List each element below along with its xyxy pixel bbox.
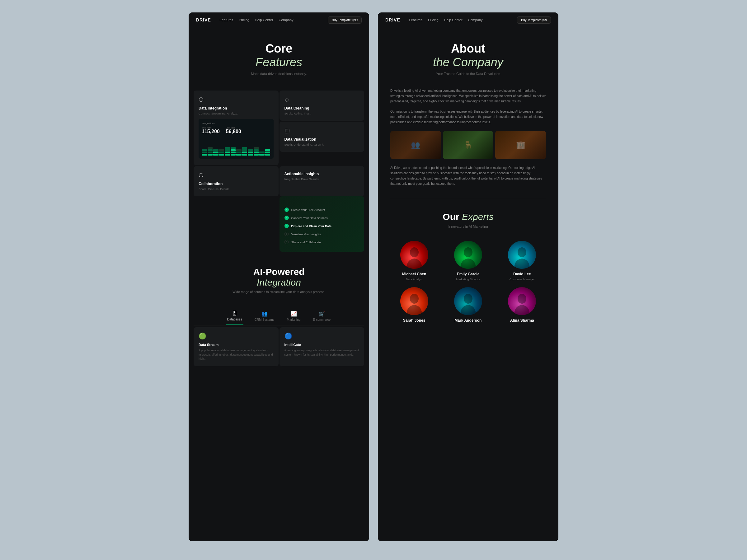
expert-alina-sharma: Alina Sharma [498, 287, 546, 324]
viz-icon: ⬚ [284, 127, 360, 134]
ecommerce-icon: 🛒 [319, 311, 325, 317]
intelligate-title: IntelliGate [284, 343, 360, 347]
nav-r-pricing[interactable]: Pricing [428, 18, 439, 22]
tab-ecommerce[interactable]: 🛒 E-commerce [312, 308, 332, 325]
nav-left: DRIVE Features Pricing Help Center Compa… [189, 12, 369, 27]
db-tabs: 🗄 Databases 👥 CRM Systems 📈 Marketing 🛒 … [194, 308, 364, 325]
about-para-2: Our mission is to transform the way busi… [390, 109, 546, 125]
ai-section: AI-Powered Integration Wide range of sou… [189, 252, 369, 302]
ai-subtitle: Wide range of sources to streamline your… [201, 290, 357, 295]
insights-desc: Insights that Drive Results. [284, 177, 360, 181]
cleaning-title: Data Cleaning [284, 106, 360, 110]
nav-r-company[interactable]: Company [468, 18, 483, 22]
chart-header: Integrations [202, 122, 271, 125]
about-para-3: At Drive, we are dedicated to pushing th… [390, 165, 546, 186]
logo-right: DRIVE [385, 18, 400, 22]
about-subtitle: Your Trusted Guide to the Data Revolutio… [390, 72, 546, 76]
buy-template-button-left[interactable]: Buy Template: $99 [328, 17, 362, 24]
left-panel: DRIVE Features Pricing Help Center Compa… [189, 12, 369, 541]
crm-icon: 👥 [261, 311, 268, 317]
svg-point-3 [410, 294, 419, 304]
avatar-alina-sharma [508, 287, 536, 315]
nav-help[interactable]: Help Center [255, 18, 273, 22]
integration-icon: ⬡ [199, 96, 274, 103]
expert-name-emily: Emily Garcia [457, 272, 480, 276]
marketing-icon: 📈 [291, 311, 297, 317]
chart-bars [202, 137, 271, 156]
ai-title-normal: AI-Powered [201, 267, 357, 277]
hero-subtitle: Make data-driven decisions instantly. [201, 72, 357, 76]
expert-role-emily: Marketing Director [456, 277, 480, 281]
avatar-david-lee [508, 241, 536, 269]
step-5: 5 Share and Collaborate [284, 238, 360, 246]
feature-data-integration: ⬡ Data Integration Connect. Streamline. … [194, 90, 279, 165]
nav-r-features[interactable]: Features [409, 18, 422, 22]
nav-right: DRIVE Features Pricing Help Center Compa… [378, 12, 558, 27]
db-card-intelligate: 🔵 IntelliGate A leading enterprise-grade… [280, 327, 364, 366]
expert-role-michael: Data Analyst [406, 277, 422, 281]
step-3: ✓ Explore and Clean Your Data [284, 222, 360, 230]
chart-numbers: This Year 115,200 Last Year 56,800 [202, 127, 271, 134]
steps-list: ✓ Create Your Free Account ✓ Connect You… [284, 206, 360, 246]
intelligate-icon: 🔵 [284, 332, 360, 340]
chart-year-this: This Year [202, 127, 220, 129]
divider [390, 199, 546, 199]
hero-title-normal: Core [201, 42, 357, 55]
datastream-title: Data Stream [199, 343, 274, 347]
features-grid: ⬡ Data Integration Connect. Streamline. … [189, 90, 369, 252]
chart-year-last: Last Year [226, 127, 241, 129]
tab-marketing[interactable]: 📈 Marketing [286, 308, 302, 325]
experts-title-italic: Experts [462, 212, 494, 222]
about-image-3: 🏢 [495, 131, 546, 159]
feature-steps: ✓ Create Your Free Account ✓ Connect You… [280, 196, 364, 252]
silhouette-alina [513, 292, 531, 315]
about-para-1: Drive is a leading AI-driven marketing c… [390, 88, 546, 104]
collab-icon: ⬡ [199, 172, 274, 179]
step-4: 4 Visualize Your Insights [284, 230, 360, 238]
step-4-dot: 4 [284, 232, 289, 236]
feature-collaboration: ⬡ Collaboration Share. Discuss. Decide. [194, 166, 279, 196]
step-3-dot: ✓ [284, 224, 289, 228]
collab-title: Collaboration [199, 182, 274, 186]
avatar-emily-garcia [454, 241, 482, 269]
silhouette-michael [405, 245, 423, 269]
cleaning-desc: Scrub. Refine. Trust. [284, 112, 360, 115]
step-1-dot: ✓ [284, 208, 289, 212]
databases-icon: 🗄 [232, 311, 237, 316]
avatar-sarah-jones [400, 287, 428, 315]
tab-crm[interactable]: 👥 CRM Systems [253, 308, 276, 325]
step-2: ✓ Connect Your Data Sources [284, 214, 360, 222]
avatar-mark-anderson [454, 287, 482, 315]
left-hero: Core Features Make data-driven decisions… [189, 27, 369, 85]
svg-point-2 [518, 247, 526, 257]
silhouette-sarah [405, 292, 423, 315]
expert-david-lee: David Lee Customer Manager [498, 241, 546, 281]
nav-features[interactable]: Features [220, 18, 233, 22]
tab-databases[interactable]: 🗄 Databases [226, 308, 243, 325]
datastream-icon: 🟢 [199, 332, 274, 340]
expert-role-david: Customer Manager [510, 277, 535, 281]
expert-name-sarah: Sarah Jones [403, 318, 425, 323]
nav-links-left: Features Pricing Help Center Company [220, 18, 328, 22]
chart-num-last: 56,800 [226, 129, 241, 134]
img-overlay-2: 🪑 [443, 131, 494, 159]
buy-template-button-right[interactable]: Buy Template: $99 [517, 17, 551, 24]
db-card-datastream: 🟢 Data Stream A popular relational datab… [194, 327, 279, 366]
nav-company[interactable]: Company [279, 18, 293, 22]
nav-links-right: Features Pricing Help Center Company [409, 18, 517, 22]
chart-label-integrations: Integrations [202, 122, 215, 125]
feature-data-cleaning: ◇ Data Cleaning Scrub. Refine. Trust. [280, 90, 364, 121]
silhouette-emily [459, 245, 478, 269]
expert-name-michael: Michael Chen [402, 272, 426, 276]
chart-num-this: 115,200 [202, 129, 220, 134]
avatar-michael-chen [400, 241, 428, 269]
nav-r-help[interactable]: Help Center [444, 18, 463, 22]
integration-title: Data Integration [199, 106, 274, 110]
hero-title-italic: Features [201, 55, 357, 70]
nav-pricing[interactable]: Pricing [239, 18, 249, 22]
insights-title: Actionable Insights [284, 172, 360, 176]
img-overlay-1: 👥 [390, 131, 441, 159]
expert-emily-garcia: Emily Garcia Marketing Director [444, 241, 492, 281]
expert-mark-anderson: Mark Anderson [444, 287, 492, 324]
feature-actionable-insights: Actionable Insights Insights that Drive … [280, 166, 364, 196]
